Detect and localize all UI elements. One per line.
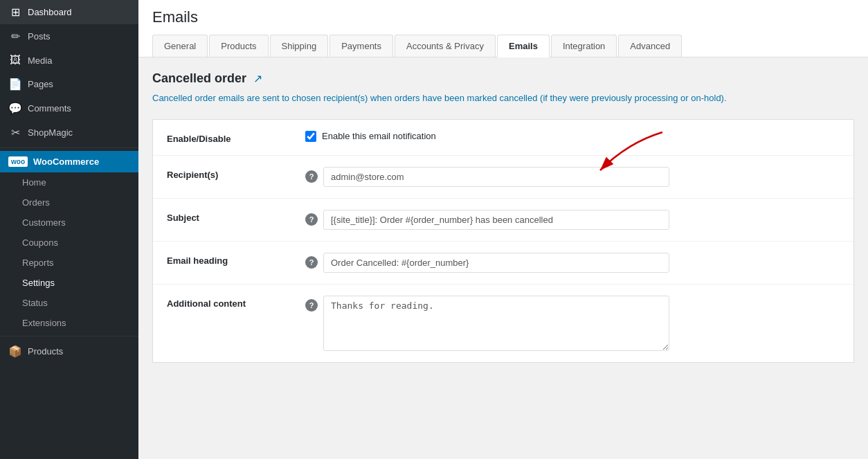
tab-general[interactable]: General: [152, 35, 208, 57]
media-icon: 🖼: [8, 54, 22, 66]
sidebar-divider-2: [0, 336, 138, 336]
sidebar-woocommerce-header[interactable]: woo WooCommerce: [0, 151, 138, 172]
enable-label: Enable/Disable: [167, 131, 305, 144]
sidebar-products-label: Products: [28, 346, 63, 357]
main-header: Emails General Products Shipping Payment…: [138, 0, 868, 57]
form-row-additional-content: Additional content ? Thanks for reading.: [153, 285, 853, 362]
email-heading-input[interactable]: [323, 253, 669, 273]
sidebar-item-label: Media: [28, 55, 52, 66]
sidebar-item-comments[interactable]: 💬 Comments: [0, 96, 138, 120]
subject-field: ?: [305, 210, 840, 230]
additional-content-textarea[interactable]: Thanks for reading.: [323, 296, 669, 351]
tab-emails[interactable]: Emails: [497, 35, 550, 57]
tab-integration[interactable]: Integration: [551, 35, 617, 57]
subject-label: Subject: [167, 210, 305, 223]
form-row-subject: Subject ?: [153, 199, 853, 242]
sidebar-item-dashboard[interactable]: ⊞ Dashboard: [0, 0, 138, 24]
sidebar-divider: [0, 147, 138, 148]
pages-icon: 📄: [8, 78, 22, 91]
sidebar-item-label: Posts: [28, 31, 51, 42]
sidebar-sub-item-settings[interactable]: Settings: [0, 273, 138, 293]
tab-products[interactable]: Products: [209, 35, 268, 57]
recipients-field: ?: [305, 167, 840, 187]
main-content: Emails General Products Shipping Payment…: [138, 0, 868, 459]
sidebar-sub-item-customers[interactable]: Customers: [0, 213, 138, 233]
additional-content-label: Additional content: [167, 296, 305, 309]
comments-icon: 💬: [8, 102, 22, 115]
shopmagic-icon: ✂: [8, 126, 22, 139]
tab-payments[interactable]: Payments: [329, 35, 393, 57]
sidebar-sub-item-status[interactable]: Status: [0, 293, 138, 313]
desc-link[interactable]: are sent to chosen recipient(s): [247, 93, 368, 103]
section-description: Cancelled order emails are sent to chose…: [152, 91, 854, 105]
sidebar-item-label: Dashboard: [28, 7, 72, 17]
recipients-input-wrap: [323, 167, 669, 187]
enable-checkbox[interactable]: [305, 131, 316, 142]
desc-end: when orders have been marked cancelled (…: [368, 93, 726, 103]
sidebar-woocommerce-label: WooCommerce: [33, 156, 99, 167]
tab-accounts-privacy[interactable]: Accounts & Privacy: [395, 35, 496, 57]
sidebar-item-media[interactable]: 🖼 Media: [0, 48, 138, 72]
sidebar-sub-item-reports[interactable]: Reports: [0, 253, 138, 273]
recipients-label: Recipient(s): [167, 167, 305, 180]
sidebar-item-products[interactable]: 📦 Products: [0, 339, 138, 363]
sidebar-sub-item-home[interactable]: Home: [0, 172, 138, 192]
sidebar-item-label: Pages: [28, 79, 53, 89]
settings-tabs: General Products Shipping Payments Accou…: [152, 35, 854, 57]
additional-content-help-icon[interactable]: ?: [305, 299, 318, 312]
section-title: Cancelled order: [152, 71, 246, 86]
sidebar-sub-item-extensions[interactable]: Extensions: [0, 313, 138, 333]
section-title-row: Cancelled order ↗: [152, 71, 854, 86]
tab-advanced[interactable]: Advanced: [618, 35, 682, 57]
form-row-recipients: Recipient(s) ?: [153, 156, 853, 199]
page-title: Emails: [152, 8, 854, 35]
enable-field: Enable this email notification: [305, 131, 840, 142]
sidebar-item-pages[interactable]: 📄 Pages: [0, 72, 138, 96]
email-heading-help-icon[interactable]: ?: [305, 256, 318, 269]
enable-checkbox-label: Enable this email notification: [322, 131, 436, 141]
subject-input[interactable]: [323, 210, 669, 230]
additional-content-field: ? Thanks for reading.: [305, 296, 840, 351]
sidebar-item-label: ShopMagic: [28, 127, 73, 138]
sidebar-item-posts[interactable]: ✏ Posts: [0, 24, 138, 48]
settings-form: Enable/Disable Enable this email notific…: [152, 119, 854, 363]
sidebar-item-label: Comments: [28, 103, 71, 114]
woo-logo-icon: woo: [8, 156, 28, 167]
section-external-link[interactable]: ↗: [253, 72, 262, 85]
sidebar-item-shopmagic[interactable]: ✂ ShopMagic: [0, 120, 138, 145]
subject-help-icon[interactable]: ?: [305, 213, 318, 226]
form-row-enable: Enable/Disable Enable this email notific…: [153, 120, 853, 156]
email-heading-label: Email heading: [167, 253, 305, 266]
sidebar: ⊞ Dashboard ✏ Posts 🖼 Media 📄 Pages 💬 Co…: [0, 0, 138, 459]
products-icon: 📦: [8, 345, 22, 358]
dashboard-icon: ⊞: [8, 6, 22, 19]
posts-icon: ✏: [8, 30, 22, 43]
email-heading-field: ?: [305, 253, 840, 273]
recipients-input[interactable]: [323, 167, 669, 187]
sidebar-sub-item-orders[interactable]: Orders: [0, 192, 138, 213]
tab-shipping[interactable]: Shipping: [270, 35, 329, 57]
form-row-email-heading: Email heading ?: [153, 242, 853, 285]
recipients-help-icon[interactable]: ?: [305, 170, 318, 183]
desc-start: Cancelled order emails: [152, 93, 247, 103]
enable-checkbox-row: Enable this email notification: [305, 131, 436, 142]
sidebar-sub-item-coupons[interactable]: Coupons: [0, 233, 138, 253]
content-area: Cancelled order ↗ Cancelled order emails…: [138, 57, 868, 459]
